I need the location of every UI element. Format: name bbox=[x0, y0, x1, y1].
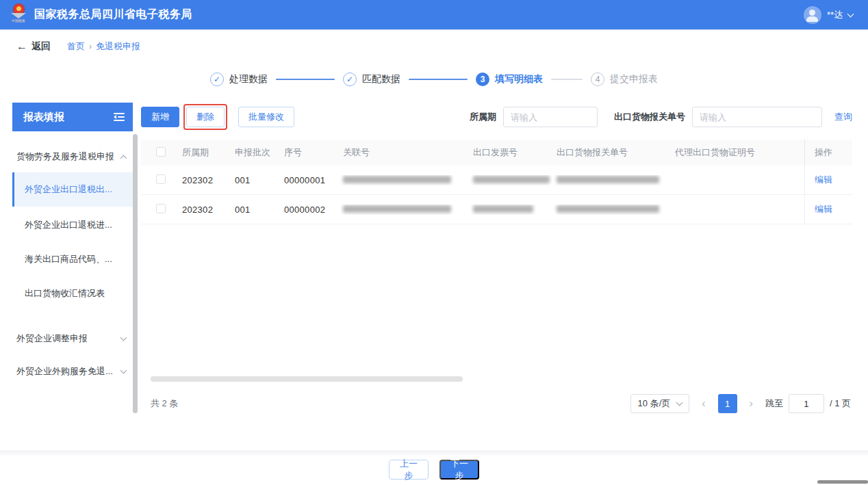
add-button[interactable]: 新增 bbox=[141, 107, 179, 127]
content-panel: 新增 删除 批量修改 所属期 出口货物报关单号 查询 所属期 申 bbox=[141, 103, 852, 413]
breadcrumb: 首页 › 免退税申报 bbox=[67, 40, 140, 53]
sidebar-item-label: 海关出口商品代码、... bbox=[25, 253, 112, 265]
delete-button[interactable]: 删除 bbox=[186, 107, 225, 127]
top-bar: 中国税务 国家税务总局四川省电子税务局 **达 bbox=[0, 0, 868, 30]
redacted-value bbox=[557, 205, 659, 213]
next-page-button[interactable]: › bbox=[744, 397, 758, 410]
col-customs-no: 出口货物报关单号 bbox=[554, 146, 672, 159]
table-row: 202302 001 00000002 编辑 bbox=[141, 195, 852, 224]
edit-link[interactable]: 编辑 bbox=[815, 174, 832, 186]
select-all-checkbox[interactable] bbox=[156, 147, 166, 157]
avatar-head bbox=[809, 10, 815, 16]
collapse-bar bbox=[118, 116, 125, 118]
sidebar-group-label: 货物劳务及服务退税申报 bbox=[16, 150, 114, 163]
sidebar-group-adjustment-declare[interactable]: 外贸企业调整申报 bbox=[12, 332, 133, 345]
total-count: 共 2 条 bbox=[151, 397, 178, 410]
bottom-right-scrollbar[interactable] bbox=[817, 480, 868, 484]
cell-customs-no-redacted bbox=[554, 175, 672, 185]
sidebar-item-export-forex-table[interactable]: 出口货物收汇情况表 bbox=[12, 278, 133, 309]
sidebar-item-label: 出口货物收汇情况表 bbox=[25, 287, 105, 300]
cell-invoice-no-redacted bbox=[470, 175, 554, 185]
step-3-label: 填写明细表 bbox=[495, 73, 543, 86]
sidebar-item-label: 外贸企业出口退税出... bbox=[25, 183, 112, 196]
select-all-cell bbox=[141, 147, 179, 159]
col-period: 所属期 bbox=[179, 146, 232, 159]
cell-related-no-redacted bbox=[340, 205, 470, 215]
sidebar-group-goods-services-refund[interactable]: 货物劳务及服务退税申报 bbox=[12, 150, 133, 163]
row-checkbox[interactable] bbox=[156, 174, 166, 184]
avatar[interactable] bbox=[804, 6, 821, 24]
avatar-shoulders bbox=[806, 16, 818, 22]
customs-no-label: 出口货物报关单号 bbox=[614, 111, 685, 123]
cell-action: 编辑 bbox=[804, 195, 852, 224]
cell-customs-no-redacted bbox=[554, 205, 672, 215]
tax-emblem-logo: 中国税务 bbox=[10, 3, 27, 27]
cell-related-no-redacted bbox=[340, 175, 470, 185]
search-button[interactable]: 查询 bbox=[834, 111, 852, 123]
chevron-down-icon bbox=[120, 367, 127, 374]
chevron-down-icon bbox=[847, 10, 854, 17]
breadcrumb-current[interactable]: 免退税申报 bbox=[96, 40, 140, 53]
col-batch: 申报批次 bbox=[232, 146, 281, 159]
step-4-number-badge: 4 bbox=[591, 73, 604, 86]
brand: 中国税务 国家税务总局四川省电子税务局 bbox=[10, 3, 192, 27]
period-input[interactable] bbox=[503, 107, 598, 127]
collapse-arrow bbox=[114, 115, 116, 119]
step-4-label: 提交申报表 bbox=[610, 73, 658, 86]
cell-batch: 001 bbox=[232, 175, 281, 185]
sidebar-scrollbar[interactable] bbox=[133, 134, 138, 413]
step-2-label: 匹配数据 bbox=[362, 73, 400, 86]
jump-page-input[interactable] bbox=[789, 394, 824, 413]
page-1-button[interactable]: 1 bbox=[718, 394, 737, 413]
step-connector bbox=[276, 79, 335, 80]
app-title: 国家税务总局四川省电子税务局 bbox=[34, 8, 192, 22]
step-3-number-badge: 3 bbox=[476, 73, 489, 86]
sidebar-item-export-refund-in[interactable]: 外贸企业出口退税进... bbox=[12, 209, 133, 241]
prev-page-button[interactable]: ‹ bbox=[696, 397, 711, 410]
back-button[interactable]: ← 返回 bbox=[16, 40, 51, 53]
row-checkbox[interactable] bbox=[156, 204, 166, 213]
step-indicator: ✓ 处理数据 ✓ 匹配数据 3 填写明细表 4 提交申报表 bbox=[0, 62, 868, 97]
user-menu[interactable]: **达 bbox=[804, 6, 853, 24]
step-1-process-data: ✓ 处理数据 bbox=[210, 73, 268, 86]
cell-batch: 001 bbox=[232, 205, 281, 215]
page-size-value: 10 条/页 bbox=[638, 397, 671, 410]
redacted-value bbox=[343, 205, 451, 213]
detail-table: 所属期 申报批次 序号 关联号 出口发票号 出口货物报关单号 代理出口货物证明号… bbox=[141, 140, 852, 224]
step-3-fill-detail: 3 填写明细表 bbox=[476, 73, 543, 86]
pagination-controls: 10 条/页 ‹ 1 › 跳至 / 1 页 bbox=[630, 394, 851, 413]
cell-seq: 00000001 bbox=[281, 175, 340, 185]
sidebar-item-customs-commodity-code[interactable]: 海关出口商品代码、... bbox=[12, 244, 133, 275]
user-name: **达 bbox=[827, 9, 843, 21]
step-1-label: 处理数据 bbox=[229, 73, 268, 86]
sidebar-group-purchased-services[interactable]: 外贸企业外购服务免退... bbox=[12, 365, 133, 378]
step-1-check-icon: ✓ bbox=[210, 73, 224, 86]
sidebar-item-export-refund-out[interactable]: 外贸企业出口退税出... bbox=[12, 172, 133, 207]
next-step-button[interactable]: 下一步 bbox=[439, 460, 479, 480]
chevron-up-icon bbox=[120, 155, 127, 161]
collapse-sidebar-icon[interactable] bbox=[114, 113, 125, 121]
breadcrumb-row: ← 返回 首页 › 免退税申报 bbox=[0, 33, 868, 60]
main-body: 报表填报 货物劳务及服务退税申报 外贸企业出口退税出... 外贸企业出口退税进.… bbox=[0, 97, 868, 419]
breadcrumb-separator: › bbox=[89, 42, 92, 51]
edit-link[interactable]: 编辑 bbox=[815, 203, 832, 215]
cell-seq: 00000002 bbox=[281, 205, 340, 215]
page: 中国税务 国家税务总局四川省电子税务局 **达 ← 返回 首页 › 免退税申报 … bbox=[0, 0, 868, 485]
sidebar-item-label: 外贸企业出口退税进... bbox=[25, 219, 112, 231]
table-horizontal-scrollbar[interactable] bbox=[151, 376, 463, 382]
prev-step-button[interactable]: 上一步 bbox=[389, 460, 429, 480]
collapse-mid bbox=[114, 115, 125, 119]
footer-divider bbox=[0, 450, 868, 456]
cell-action: 编辑 bbox=[804, 166, 852, 194]
sidebar: 报表填报 货物劳务及服务退税申报 外贸企业出口退税出... 外贸企业出口退税进.… bbox=[12, 103, 133, 419]
emblem-wings bbox=[11, 13, 26, 18]
redacted-value bbox=[343, 176, 451, 183]
batch-edit-button[interactable]: 批量修改 bbox=[238, 107, 294, 127]
total-pages: / 1 页 bbox=[830, 397, 851, 410]
page-size-select[interactable]: 10 条/页 bbox=[630, 394, 690, 413]
row-select-cell bbox=[141, 174, 179, 186]
table-row: 202302 001 00000001 编辑 bbox=[141, 166, 852, 195]
breadcrumb-home[interactable]: 首页 bbox=[67, 40, 85, 53]
customs-no-input[interactable] bbox=[692, 107, 822, 127]
annotation-highlight-box: 删除 bbox=[183, 104, 227, 130]
